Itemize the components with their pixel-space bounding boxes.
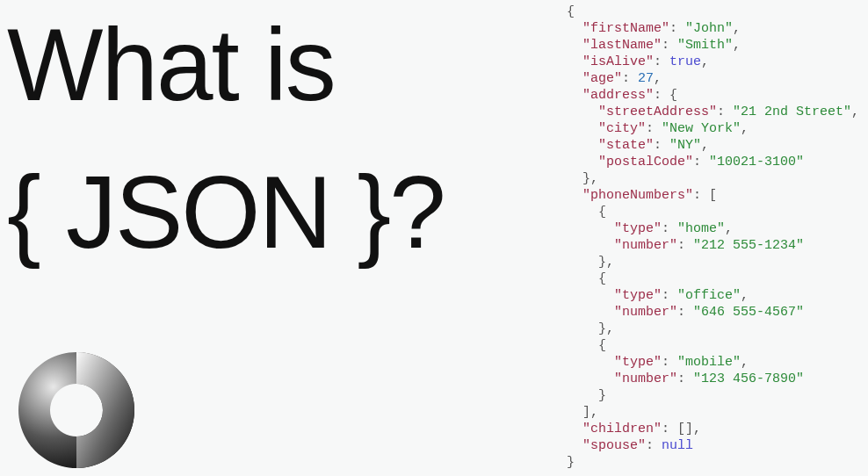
code-key: "spouse" bbox=[582, 438, 646, 453]
code-key: "type" bbox=[614, 355, 662, 370]
code-val: "212 555-1234" bbox=[693, 238, 804, 253]
code-key: "postalCode" bbox=[598, 155, 693, 169]
code-val: [] bbox=[677, 422, 693, 436]
headline: What is { JSON }? bbox=[7, 0, 445, 286]
code-key: "state" bbox=[598, 138, 654, 153]
code-key: "lastName" bbox=[582, 38, 662, 53]
code-val: true bbox=[669, 54, 701, 69]
code-val: "NY" bbox=[669, 138, 701, 153]
code-val: 27 bbox=[638, 71, 654, 86]
code-key: "streetAddress" bbox=[598, 105, 717, 119]
code-key: "type" bbox=[614, 288, 662, 303]
json-code-block: { "firstName": "John", "lastName": "Smit… bbox=[567, 4, 859, 471]
code-key: "phoneNumbers" bbox=[582, 188, 693, 203]
code-val: null bbox=[662, 438, 693, 453]
code-key: "type" bbox=[614, 221, 662, 236]
code-val: "10021-3100" bbox=[709, 155, 804, 169]
code-val: "John" bbox=[685, 21, 733, 36]
code-key: "age" bbox=[582, 71, 622, 86]
json-logo-icon bbox=[11, 344, 142, 476]
code-key: "city" bbox=[598, 121, 646, 136]
headline-line1: What is bbox=[7, 8, 335, 122]
code-val: "646 555-4567" bbox=[693, 305, 804, 320]
code-val: "21 2nd Street" bbox=[733, 105, 851, 119]
code-key: "firstName" bbox=[582, 21, 669, 36]
code-key: "address" bbox=[582, 88, 654, 103]
code-val: "office" bbox=[677, 288, 741, 303]
code-key: "number" bbox=[614, 371, 677, 386]
code-val: "home" bbox=[677, 221, 725, 236]
code-key: "children" bbox=[582, 422, 662, 436]
code-key: "isAlive" bbox=[582, 54, 654, 69]
code-key: "number" bbox=[614, 238, 677, 253]
code-val: "mobile" bbox=[677, 355, 741, 370]
headline-line2: { JSON }? bbox=[7, 155, 445, 270]
code-val: "123 456-7890" bbox=[693, 371, 804, 386]
code-val: "Smith" bbox=[677, 38, 733, 53]
code-key: "number" bbox=[614, 305, 677, 320]
code-val: "New York" bbox=[662, 121, 741, 136]
